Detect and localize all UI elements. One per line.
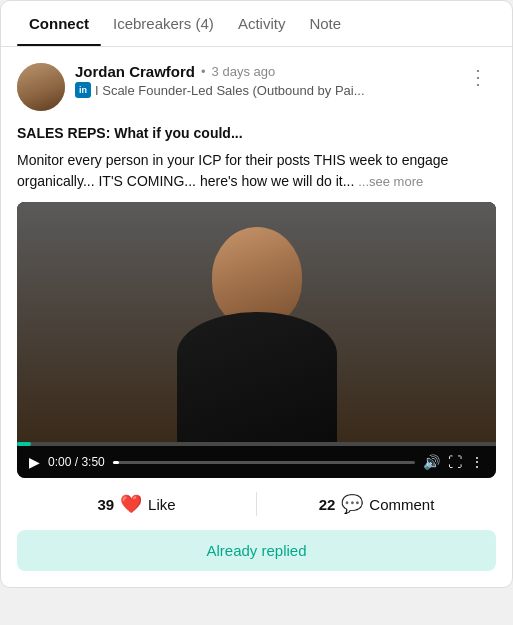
video-progress-fill: [17, 442, 31, 446]
author-name: Jordan Crawford: [75, 63, 195, 80]
separator-dot: •: [201, 64, 206, 79]
author-row: Jordan Crawford • 3 days ago in I Scale …: [17, 63, 496, 111]
video-more-button[interactable]: ⋮: [470, 454, 484, 470]
post-text: SALES REPS: What if you could... Monitor…: [17, 123, 496, 192]
progress-bar-fill: [113, 461, 119, 464]
tab-activity[interactable]: Activity: [226, 1, 298, 46]
tab-connect[interactable]: Connect: [17, 1, 101, 46]
likes-label: Like: [148, 496, 176, 513]
fullscreen-button[interactable]: ⛶: [448, 454, 462, 470]
video-seek-bar[interactable]: [17, 442, 496, 446]
comments-label: Comment: [369, 496, 434, 513]
already-replied-button[interactable]: Already replied: [17, 530, 496, 571]
comment-icon: 💬: [341, 493, 363, 515]
post-time: 3 days ago: [212, 64, 276, 79]
post-title: SALES REPS: What if you could...: [17, 123, 496, 144]
volume-button[interactable]: 🔊: [423, 454, 440, 470]
post-body-text: Monitor every person in your ICP for the…: [17, 150, 496, 192]
post-more-menu-button[interactable]: ⋮: [460, 63, 496, 91]
play-button[interactable]: ▶: [29, 454, 40, 470]
author-subtitle: in I Scale Founder-Led Sales (Outbound b…: [75, 82, 365, 98]
likes-count: 39: [97, 496, 114, 513]
video-thumbnail: [17, 202, 496, 442]
engagement-row: 39 ❤️ Like 22 💬 Comment: [1, 478, 512, 530]
tab-icebreakers[interactable]: Icebreakers (4): [101, 1, 226, 46]
author-name-row: Jordan Crawford • 3 days ago: [75, 63, 365, 80]
thumbnail-image: [17, 202, 496, 442]
author-info: Jordan Crawford • 3 days ago in I Scale …: [75, 63, 365, 98]
video-time-display: 0:00 / 3:50: [48, 455, 105, 469]
avatar: [17, 63, 65, 111]
post-body-container: Jordan Crawford • 3 days ago in I Scale …: [1, 47, 512, 478]
avatar-image: [17, 63, 65, 111]
heart-icon: ❤️: [120, 493, 142, 515]
linkedin-icon: in: [75, 82, 91, 98]
progress-bar-track[interactable]: [113, 461, 415, 464]
comments-count: 22: [319, 496, 336, 513]
post-card: Connect Icebreakers (4) Activity Note Jo…: [0, 0, 513, 588]
tab-bar: Connect Icebreakers (4) Activity Note: [1, 1, 512, 47]
video-player[interactable]: ▶ 0:00 / 3:50 🔊 ⛶ ⋮: [17, 202, 496, 478]
author-left: Jordan Crawford • 3 days ago in I Scale …: [17, 63, 365, 111]
see-more-link[interactable]: ...see more: [358, 174, 423, 189]
author-subtitle-text: I Scale Founder-Led Sales (Outbound by P…: [95, 83, 365, 98]
likes-section[interactable]: 39 ❤️ Like: [17, 493, 256, 515]
video-controls-bar: ▶ 0:00 / 3:50 🔊 ⛶ ⋮: [17, 446, 496, 478]
tab-note[interactable]: Note: [297, 1, 353, 46]
person-body: [177, 312, 337, 442]
comments-section[interactable]: 22 💬 Comment: [257, 493, 496, 515]
